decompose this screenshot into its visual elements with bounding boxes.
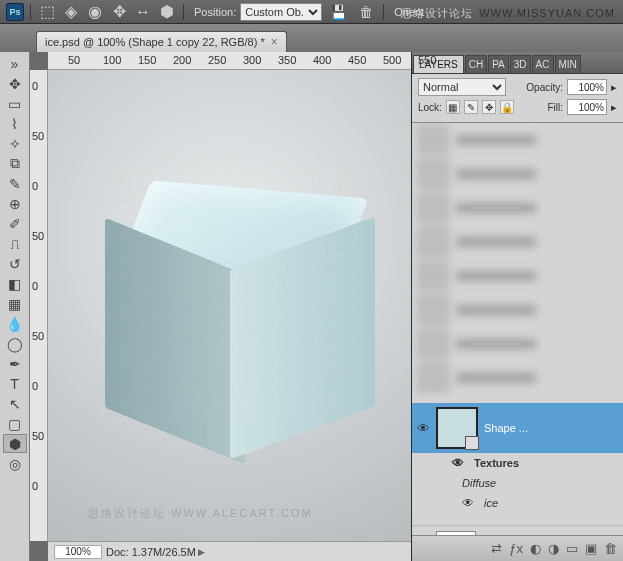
textures-row[interactable]: 👁Textures <box>412 453 623 473</box>
3d-tool[interactable]: ⬢ <box>3 434 27 453</box>
toolbox: » ✥ ▭ ⌇ ✧ ⧉ ✎ ⊕ ✐ ⎍ ↺ ◧ ▦ 💧 ◯ ✒ T ↖ ▢ ⬢ … <box>0 52 30 561</box>
blur-tool[interactable]: 💧 <box>3 314 27 333</box>
lock-transparency-icon[interactable]: ▦ <box>446 100 460 114</box>
doc-size: Doc: 1.37M/26.5M <box>106 546 196 558</box>
delete-icon[interactable]: 🗑 <box>604 541 617 556</box>
position-select[interactable]: Custom Ob... <box>240 3 322 21</box>
path-tool[interactable]: ↖ <box>3 394 27 413</box>
document-tab[interactable]: ice.psd @ 100% (Shape 1 copy 22, RGB/8) … <box>36 31 287 52</box>
dodge-tool[interactable]: ◯ <box>3 334 27 353</box>
lock-position-icon[interactable]: ✥ <box>482 100 496 114</box>
panels: LAYERS CH PA 3D AC MIN Normal Opacity: ▸… <box>411 52 623 561</box>
3d-camera-tool[interactable]: ◎ <box>3 454 27 473</box>
layers-footer: ⇄ ƒx ◐ ◑ ▭ ▣ 🗑 <box>412 535 623 561</box>
save-icon[interactable]: 💾 <box>326 4 351 20</box>
gradient-tool[interactable]: ▦ <box>3 294 27 313</box>
canvas-watermark: 思络设计论坛 WWW.ALECART.COM <box>88 506 313 521</box>
lasso-tool[interactable]: ⌇ <box>3 114 27 133</box>
ruler-vertical: 0500500500500 <box>30 70 48 541</box>
crop-tool[interactable]: ⧉ <box>3 154 27 173</box>
tab-paths[interactable]: PA <box>488 55 509 73</box>
position-label: Position: <box>194 6 236 18</box>
document-tab-bar: ice.psd @ 100% (Shape 1 copy 22, RGB/8) … <box>0 24 623 52</box>
status-bar: Doc: 1.37M/26.5M ▶ <box>48 541 411 561</box>
3d-object-icon[interactable]: ⬚ <box>37 2 57 22</box>
fill-arrow-icon[interactable]: ▸ <box>611 101 617 114</box>
folder-icon[interactable]: ▭ <box>566 541 578 556</box>
type-tool[interactable]: T <box>3 374 27 393</box>
ruler-horizontal: 50100150200250300350400450500550 <box>48 52 411 70</box>
layer-thumbnail[interactable] <box>436 407 478 449</box>
tab-3d[interactable]: 3D <box>510 55 531 73</box>
close-icon[interactable]: × <box>271 35 278 49</box>
separator <box>383 4 384 20</box>
panel-tabs: LAYERS CH PA 3D AC MIN <box>412 52 623 74</box>
opacity-input[interactable] <box>567 79 607 95</box>
adjustment-icon[interactable]: ◑ <box>548 541 559 556</box>
fx-icon[interactable]: ƒx <box>509 541 523 556</box>
tab-mini[interactable]: MIN <box>555 55 581 73</box>
wand-tool[interactable]: ✧ <box>3 134 27 153</box>
brush-tool[interactable]: ✐ <box>3 214 27 233</box>
watermark: 思络设计论坛WWW.MISSYUAN.COM <box>401 6 615 21</box>
link-layers-icon[interactable]: ⇄ <box>491 541 502 556</box>
lock-all-icon[interactable]: 🔒 <box>500 100 514 114</box>
layer-sublist: 👁Textures Diffuse 👁ice <box>412 453 623 513</box>
eraser-tool[interactable]: ◧ <box>3 274 27 293</box>
tab-actions[interactable]: AC <box>532 55 554 73</box>
pen-tool[interactable]: ✒ <box>3 354 27 373</box>
ice-cube-render <box>100 171 360 421</box>
tab-channels[interactable]: CH <box>465 55 487 73</box>
visibility-icon[interactable]: 👁 <box>452 456 466 470</box>
layers-list[interactable]: 👁 Shape ... 👁Textures Diffuse 👁ice 👁 Bac… <box>412 123 623 535</box>
layer-options: Normal Opacity: ▸ Lock: ▦ ✎ ✥ 🔒 Fill: ▸ <box>412 74 623 123</box>
blend-mode-select[interactable]: Normal <box>418 78 506 96</box>
shape-tool[interactable]: ▢ <box>3 414 27 433</box>
separator <box>183 4 184 20</box>
fill-label: Fill: <box>547 102 563 113</box>
layer-row-selected[interactable]: 👁 Shape ... <box>412 403 623 453</box>
status-menu-icon[interactable]: ▶ <box>198 547 205 557</box>
eyedropper-tool[interactable]: ✎ <box>3 174 27 193</box>
document-title: ice.psd @ 100% (Shape 1 copy 22, RGB/8) … <box>45 36 265 48</box>
3d-roll-icon[interactable]: ◉ <box>85 2 105 22</box>
mask-icon[interactable]: ◐ <box>530 541 541 556</box>
separator <box>30 4 31 20</box>
lock-label: Lock: <box>418 102 442 113</box>
canvas-area: 50100150200250300350400450500550 0500500… <box>30 52 411 561</box>
move-tool[interactable]: ✥ <box>3 74 27 93</box>
app-icon: Ps <box>6 3 24 21</box>
stamp-tool[interactable]: ⎍ <box>3 234 27 253</box>
expand-icon[interactable]: » <box>3 54 27 73</box>
fill-input[interactable] <box>567 99 607 115</box>
layer-name: Shape ... <box>484 422 619 434</box>
trash-icon[interactable]: 🗑 <box>355 4 377 20</box>
marquee-tool[interactable]: ▭ <box>3 94 27 113</box>
ice-texture-row[interactable]: 👁ice <box>412 493 623 513</box>
layer-row-background[interactable]: 👁 Background copy fx ▾ <box>412 525 623 535</box>
new-layer-icon[interactable]: ▣ <box>585 541 597 556</box>
zoom-input[interactable] <box>54 545 102 559</box>
3d-slide-icon[interactable]: ↔ <box>133 2 153 22</box>
3d-pan-icon[interactable]: ✥ <box>109 2 129 22</box>
diffuse-row[interactable]: Diffuse <box>412 473 623 493</box>
canvas[interactable]: 思络设计论坛 WWW.ALECART.COM <box>48 70 411 541</box>
healing-tool[interactable]: ⊕ <box>3 194 27 213</box>
opacity-label: Opacity: <box>526 82 563 93</box>
visibility-icon[interactable]: 👁 <box>416 421 430 436</box>
visibility-icon[interactable]: 👁 <box>462 496 476 510</box>
3d-scale-icon[interactable]: ⬢ <box>157 2 177 22</box>
3d-rotate-icon[interactable]: ◈ <box>61 2 81 22</box>
lock-pixels-icon[interactable]: ✎ <box>464 100 478 114</box>
history-brush-tool[interactable]: ↺ <box>3 254 27 273</box>
layer-thumbnail[interactable] <box>436 531 476 536</box>
opacity-arrow-icon[interactable]: ▸ <box>611 81 617 94</box>
